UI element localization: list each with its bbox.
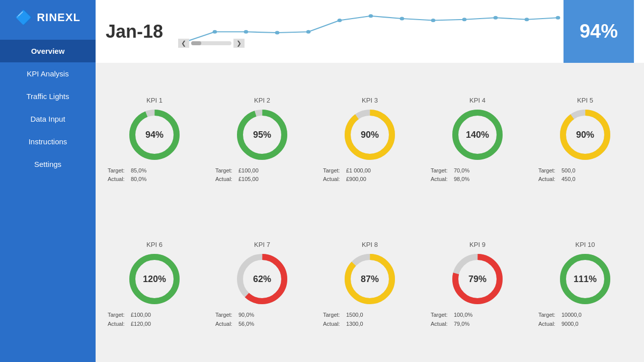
kpi7-target-row: Target:90,0% xyxy=(215,311,314,320)
kpi2-label: 95% xyxy=(253,129,271,140)
kpi10-actual-value: 9000,0 xyxy=(561,320,579,329)
kpi3-actual-label: Actual: xyxy=(323,175,344,184)
svg-point-3 xyxy=(275,31,280,34)
sidebar-item-kpi-analysis[interactable]: KPI Analysis xyxy=(0,62,96,85)
kpi8-stats: Target:1500,0Actual:1300,0 xyxy=(318,311,422,328)
logo-icon: 🔷 xyxy=(15,9,33,26)
kpi2-actual-row: Actual:£105,00 xyxy=(215,175,314,184)
sidebar-item-overview[interactable]: Overview xyxy=(0,40,96,62)
kpi8-target-value: 1500,0 xyxy=(346,311,363,320)
sidebar-item-traffic-lights[interactable]: Traffic Lights xyxy=(0,85,96,108)
kpi10-actual-row: Actual:9000,0 xyxy=(538,320,637,329)
kpi6-stats: Target:£100,00Actual:£120,00 xyxy=(103,311,206,328)
kpi2-stats: Target:£100,00Actual:£105,00 xyxy=(210,166,314,184)
kpi1-target-value: 85,0% xyxy=(131,166,146,175)
sidebar-item-instructions[interactable]: Instructions xyxy=(0,130,96,153)
kpi-card-kpi7: KPI 762%Target:90,0%Actual:56,0% xyxy=(208,213,316,357)
kpi3-actual-value: £900,00 xyxy=(346,175,366,184)
kpi-card-kpi8: KPI 887%Target:1500,0Actual:1300,0 xyxy=(316,213,424,357)
kpi10-actual-label: Actual: xyxy=(538,320,559,329)
svg-point-12 xyxy=(556,16,560,19)
kpi8-title: KPI 8 xyxy=(362,241,378,248)
kpi9-actual-row: Actual:79,0% xyxy=(431,320,529,329)
kpi6-donut: 120% xyxy=(127,251,182,307)
kpi7-target-value: 90,0% xyxy=(238,311,254,320)
kpi7-target-label: Target: xyxy=(215,311,236,320)
kpi5-target-row: Target:500,0 xyxy=(538,166,637,175)
kpi7-label: 62% xyxy=(253,274,271,285)
svg-point-1 xyxy=(213,30,217,33)
kpi1-actual-value: 80,0% xyxy=(131,175,146,184)
kpi7-actual-value: 56,0% xyxy=(238,320,254,329)
kpi5-title: KPI 5 xyxy=(577,97,593,104)
next-arrow[interactable]: ❯ xyxy=(233,39,245,48)
kpi9-title: KPI 9 xyxy=(469,241,486,248)
kpi9-actual-value: 79,0% xyxy=(454,320,469,329)
kpi8-label: 87% xyxy=(361,274,379,285)
svg-point-11 xyxy=(525,18,529,21)
sidebar-item-settings[interactable]: Settings xyxy=(0,153,96,175)
kpi9-target-label: Target: xyxy=(431,311,452,320)
kpi4-target-label: Target: xyxy=(431,166,452,175)
svg-point-6 xyxy=(369,14,373,18)
kpi1-actual-label: Actual: xyxy=(108,175,129,184)
scrollbar-thumb xyxy=(191,41,201,45)
kpi4-stats: Target:70,0%Actual:98,0% xyxy=(426,166,529,184)
kpi10-target-row: Target:10000,0 xyxy=(538,311,637,320)
percent-badge: 94% xyxy=(564,0,634,63)
kpi-card-kpi9: KPI 979%Target:100,0%Actual:79,0% xyxy=(424,213,531,357)
kpi3-title: KPI 3 xyxy=(362,97,378,104)
svg-point-2 xyxy=(244,30,249,33)
kpi4-target-row: Target:70,0% xyxy=(431,166,529,175)
kpi6-target-row: Target:£100,00 xyxy=(108,311,206,320)
kpi8-actual-value: 1300,0 xyxy=(346,320,363,329)
kpi4-actual-value: 98,0% xyxy=(454,175,469,184)
kpi9-actual-label: Actual: xyxy=(431,320,452,329)
kpi7-donut: 62% xyxy=(234,251,290,307)
kpi-card-kpi10: KPI 10111%Target:10000,0Actual:9000,0 xyxy=(531,213,639,357)
kpi9-target-value: 100,0% xyxy=(454,311,472,320)
svg-point-7 xyxy=(400,17,405,20)
kpi7-actual-label: Actual: xyxy=(215,320,236,329)
kpi10-target-label: Target: xyxy=(538,311,559,320)
kpi-grid: KPI 194%Target:85,0%Actual:80,0%KPI 295%… xyxy=(96,63,644,362)
kpi7-title: KPI 7 xyxy=(254,241,270,248)
kpi6-actual-label: Actual: xyxy=(108,320,129,329)
kpi3-target-label: Target: xyxy=(323,166,344,175)
kpi3-actual-row: Actual:£900,00 xyxy=(323,175,422,184)
chart-area: ❮ ❯ xyxy=(178,12,564,52)
kpi1-donut: 94% xyxy=(127,107,182,162)
kpi-card-kpi6: KPI 6120%Target:£100,00Actual:£120,00 xyxy=(101,213,208,357)
kpi5-actual-label: Actual: xyxy=(538,175,559,184)
kpi6-title: KPI 6 xyxy=(146,241,163,248)
kpi10-label: 111% xyxy=(574,274,597,285)
kpi2-target-value: £100,00 xyxy=(238,166,259,175)
prev-arrow[interactable]: ❮ xyxy=(178,39,189,48)
kpi6-label: 120% xyxy=(143,274,166,285)
kpi6-target-value: £100,00 xyxy=(131,311,151,320)
kpi5-donut: 90% xyxy=(557,107,613,162)
logo-area: 🔷 RINEXL xyxy=(0,0,96,35)
nav-menu: OverviewKPI AnalysisTraffic LightsData I… xyxy=(0,40,96,175)
kpi5-target-value: 500,0 xyxy=(561,166,576,175)
kpi5-stats: Target:500,0Actual:450,0 xyxy=(533,166,637,184)
kpi-card-kpi3: KPI 390%Target:£1 000,00Actual:£900,00 xyxy=(316,68,424,213)
kpi10-stats: Target:10000,0Actual:9000,0 xyxy=(533,311,637,328)
svg-point-4 xyxy=(306,30,311,33)
kpi4-actual-row: Actual:98,0% xyxy=(431,175,529,184)
svg-point-10 xyxy=(494,16,498,19)
kpi2-title: KPI 2 xyxy=(254,97,270,104)
scrollbar-track xyxy=(191,41,231,45)
kpi-card-kpi1: KPI 194%Target:85,0%Actual:80,0% xyxy=(101,68,208,213)
kpi8-target-row: Target:1500,0 xyxy=(323,311,422,320)
kpi3-donut: 90% xyxy=(342,107,397,162)
kpi9-donut: 79% xyxy=(450,251,505,307)
kpi2-actual-label: Actual: xyxy=(215,175,236,184)
kpi8-actual-label: Actual: xyxy=(323,320,344,329)
kpi1-title: KPI 1 xyxy=(146,97,163,104)
kpi4-label: 140% xyxy=(466,129,489,140)
logo-text: RINEXL xyxy=(37,11,80,24)
kpi1-target-label: Target: xyxy=(108,166,129,175)
kpi4-donut: 140% xyxy=(450,107,505,162)
sidebar-item-data-input[interactable]: Data Input xyxy=(0,108,96,130)
